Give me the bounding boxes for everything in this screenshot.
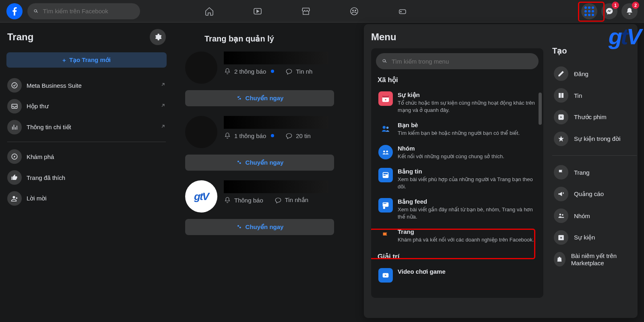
svg-point-21 [386,151,388,153]
menu-item-feed[interactable]: Bảng feedXem bài viết gần đây nhất từ bạ… [376,194,543,224]
create-marketplace-listing[interactable]: Bài niêm yết trên Marketplace [552,248,637,270]
facebook-logo[interactable] [6,3,23,19]
calendar-icon [381,94,390,103]
nav-video[interactable] [235,2,280,21]
svg-point-27 [383,207,386,209]
compass-icon [7,149,22,164]
svg-point-5 [12,83,17,88]
create-label: Đăng [574,70,588,77]
switch-now-button[interactable]: Chuyển ngay [185,219,334,235]
svg-point-31 [562,214,564,216]
person-add-icon [7,191,22,206]
menu-search[interactable] [376,53,539,69]
global-search[interactable] [27,3,140,19]
divider [7,142,166,142]
bell-icon [224,68,231,75]
sidebar-item-insights[interactable]: Thông tin chi tiết [3,117,170,138]
menu-item-desc: Khám phá và kết nối với các doanh nghiệp… [398,236,534,244]
scrollbar[interactable] [539,93,542,125]
sidebar-label: Khám phá [27,153,54,160]
sidebar-item-inbox[interactable]: Hộp thư [3,96,170,117]
nav-home[interactable] [187,2,232,21]
menu-panel: Menu Xã hội Sự kiệnTổ chức hoặc tìm sự k… [364,24,638,318]
newsfeed-icon [381,171,390,180]
page-avatar[interactable] [185,116,217,148]
sidebar-header: Trang [3,29,170,50]
create-group[interactable]: Nhóm [552,205,637,227]
sidebar-item-discover[interactable]: Khám phá [3,146,170,167]
switch-now-button[interactable]: Chuyển ngay [185,155,334,171]
message-icon [285,132,293,139]
menu-item-friends[interactable]: Bạn bèTìm kiếm bạn bè hoặc những người b… [376,118,543,141]
settings-button[interactable] [150,29,166,45]
friends-icon [381,124,390,133]
page-name-redacted [224,116,328,129]
notifications-button[interactable]: 2 [621,3,638,19]
sidebar-label: Hộp thư [27,103,49,110]
switch-now-button[interactable]: Chuyển ngay [185,90,334,106]
messenger-button[interactable]: 1 [601,3,617,19]
external-link-icon [160,82,166,89]
plus-icon: + [62,57,66,64]
calendar-plus-icon [554,230,568,245]
create-label: Sự kiện trong đời [574,135,621,142]
menu-item-title: Bảng feed [398,198,538,205]
megaphone-icon [554,187,568,201]
menu-grid-button[interactable] [581,3,597,19]
menu-item-desc: Tổ chức hoặc tìm sự kiện cùng những hoạt… [398,99,538,114]
sidebar-item-invites[interactable]: Lời mời [3,188,170,209]
nav-gaming[interactable] [380,2,425,21]
sidebar-label: Trang đã thích [27,174,65,181]
menu-item-gaming[interactable]: Video chơi game [376,264,543,287]
notif-text: Thông báo [234,197,263,204]
page-avatar[interactable] [185,52,217,84]
external-link-icon [160,124,166,131]
page-name-redacted [224,180,328,193]
menu-item-newsfeed[interactable]: Bảng tinXem bài viết phù hợp của những n… [376,164,543,194]
create-page-button[interactable]: + Tạo Trang mới [6,52,167,68]
switch-label: Chuyển ngay [246,95,284,102]
menu-item-events[interactable]: Sự kiệnTổ chức hoặc tìm sự kiện cùng nhữ… [376,87,543,118]
groups-icon [381,148,390,157]
menu-scroll: Xã hội Sự kiệnTổ chức hoặc tìm sự kiện c… [371,48,543,298]
menu-item-pages[interactable]: TrangKhám phá và kết nối với các doanh n… [376,224,543,248]
create-story[interactable]: Tin [552,85,637,106]
svg-rect-23 [384,173,388,175]
sidebar-item-meta-business-suite[interactable]: Meta Business Suite [3,75,170,96]
sidebar-item-liked-pages[interactable]: Trang đã thích [3,167,170,188]
menu-item-desc: Xem bài viết gần đây nhất từ bạn bè, nhó… [398,206,538,220]
create-post[interactable]: Đăng [552,63,637,85]
group-icon [554,208,568,223]
menu-item-groups[interactable]: NhómKết nối với những người cùng chung s… [376,141,543,164]
bell-icon [224,196,231,204]
create-ad[interactable]: Quảng cáo [552,183,637,205]
menu-item-title: Bảng tin [398,168,538,175]
svg-rect-25 [383,202,389,207]
nav-groups[interactable] [332,2,377,21]
svg-rect-26 [384,203,386,204]
create-page[interactable]: Trang [552,161,637,183]
create-event[interactable]: Sự kiện [552,227,637,248]
create-reel[interactable]: Thước phim [552,106,637,128]
svg-point-12 [239,162,241,164]
flag-icon [381,231,390,240]
section-social: Xã hội [378,76,543,84]
main-content: Trang bạn quản lý 2 thông báo Tin nh Chu… [181,23,370,253]
menu-item-desc: Xem bài viết phù hợp của những người và … [398,176,538,190]
page-avatar[interactable]: gtV [185,180,217,213]
left-sidebar: Trang + Tạo Trang mới Meta Business Suit… [0,23,173,322]
notif-text: 2 thông báo [234,68,266,75]
menu-search-input[interactable] [392,58,533,65]
edit-icon [554,66,568,81]
divider [552,155,637,156]
svg-point-19 [386,127,389,129]
sidebar-label: Meta Business Suite [27,82,82,89]
star-icon [554,132,568,146]
nav-marketplace[interactable] [283,2,328,21]
bell-icon [224,132,231,139]
search-input[interactable] [43,8,134,14]
create-life-event[interactable]: Sự kiện trong đời [552,128,637,150]
topbar-right: 1 2 [581,3,638,19]
flag-icon [554,165,568,180]
create-label: Quảng cáo [574,190,604,198]
